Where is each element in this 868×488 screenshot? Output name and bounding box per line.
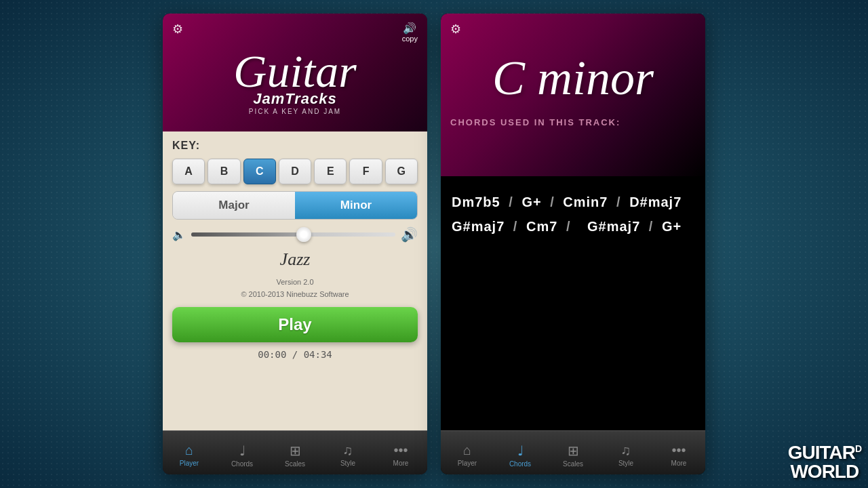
chords-nav-style-label: Style (618, 460, 633, 467)
chord-gsharp-maj7-2: G#maj7 (587, 219, 640, 234)
chords-home-icon: ⌂ (463, 443, 471, 458)
volume-high-icon: 🔊 (401, 226, 418, 243)
chords-row2: G#maj7 / Cm7 / G#maj7 / G+ (452, 214, 694, 239)
nav-player-label: Player (180, 460, 199, 467)
guitar-title: Guitar (172, 48, 418, 94)
time-display: 00:00 / 04:34 (172, 349, 418, 360)
play-button[interactable]: Play (172, 307, 418, 342)
chord-gplus1: G+ (521, 195, 541, 209)
nav-style-label: Style (340, 460, 355, 467)
chords-nav-style[interactable]: ♫ Style (599, 431, 652, 474)
chords-chords-icon: ♩ (517, 443, 524, 459)
chords-bottom-nav: ⌂ Player ♩ Chords ⊞ Scales ♫ Style ••• M… (441, 430, 705, 474)
chords-nav-scales[interactable]: ⊞ Scales (547, 431, 599, 474)
home-icon: ⌂ (185, 443, 193, 458)
more-icon: ••• (393, 443, 408, 458)
chords-row1: Dm7b5 / G+ / Cmin7 / D#maj7 (452, 190, 694, 214)
version-text: Version 2.0 © 2010-2013 Ninebuzz Softwar… (172, 277, 418, 300)
style-icon: ♫ (343, 443, 353, 458)
chords-settings-icon[interactable]: ⚙ (450, 22, 696, 37)
chords-nav-more[interactable]: ••• More (652, 431, 705, 474)
chords-nav-chords-label: Chords (509, 460, 531, 468)
copy-label: copy (402, 35, 418, 43)
nav-more-label: More (393, 460, 409, 467)
version-line1: Version 2.0 (172, 277, 418, 289)
player-screen: ⚙ 🔊 copy Guitar JamTracks PICK A KEY AND… (163, 14, 427, 474)
chord-gplus2: G+ (662, 219, 682, 234)
volume-thumb[interactable] (296, 227, 311, 242)
chords-style-icon: ♫ (621, 443, 631, 458)
nav-chords[interactable]: ♩ Chords (216, 431, 269, 474)
chords-header: ⚙ C minor CHORDS USED IN THIS TRACK: (441, 14, 705, 176)
chords-icon: ♩ (239, 443, 245, 459)
header-top: ⚙ 🔊 copy (172, 22, 418, 43)
guitar-world-line1: GUITARD (788, 443, 861, 462)
divider-1: / (509, 195, 517, 209)
chords-content: Dm7b5 / G+ / Cmin7 / D#maj7 G#maj7 / Cm7… (441, 176, 705, 430)
player-bottom-nav: ⌂ Player ♩ Chords ⊞ Scales ♫ Style ••• M… (163, 430, 427, 474)
key-e-button[interactable]: E (314, 159, 347, 184)
copy-area[interactable]: 🔊 copy (402, 22, 418, 43)
chords-nav-scales-label: Scales (563, 460, 583, 468)
nav-scales-label: Scales (285, 460, 305, 468)
d-superscript: D (855, 443, 861, 454)
chord-cmin7: Cmin7 (563, 195, 608, 209)
nav-chords-label: Chords (231, 460, 253, 468)
minor-button[interactable]: Minor (295, 192, 417, 219)
chord-dsharp-maj7: D#maj7 (629, 195, 682, 209)
chords-nav-player-label: Player (458, 460, 477, 467)
copy-speaker-icon: 🔊 (403, 22, 416, 35)
player-header: ⚙ 🔊 copy Guitar JamTracks PICK A KEY AND… (163, 14, 427, 131)
key-b-button[interactable]: B (208, 159, 240, 184)
key-buttons: A B C D E F G (172, 159, 418, 184)
settings-icon[interactable]: ⚙ (172, 22, 183, 37)
guitar-world-line2: WORLD (788, 462, 861, 481)
chords-scales-icon: ⊞ (568, 443, 579, 459)
nav-scales[interactable]: ⊞ Scales (269, 431, 321, 474)
key-f-button[interactable]: F (349, 159, 382, 184)
divider-7: / (649, 219, 658, 234)
chords-list: Dm7b5 / G+ / Cmin7 / D#maj7 G#maj7 / Cm7… (452, 190, 694, 239)
key-g-button[interactable]: G (385, 159, 418, 184)
chords-nav-player[interactable]: ⌂ Player (441, 431, 494, 474)
key-c-button[interactable]: C (243, 159, 276, 184)
volume-row: 🔈 🔊 (172, 226, 418, 243)
divider-5: / (566, 219, 571, 234)
style-label: Jazz (172, 249, 418, 270)
c-minor-title: C minor (450, 50, 696, 106)
key-a-button[interactable]: A (172, 159, 205, 184)
chords-screen: ⚙ C minor CHORDS USED IN THIS TRACK: Dm7… (441, 14, 705, 474)
key-d-button[interactable]: D (279, 159, 311, 184)
nav-more[interactable]: ••• More (374, 431, 427, 474)
guitar-world-logo: GUITARD WORLD (788, 443, 861, 481)
chord-dm7b5: Dm7b5 (452, 195, 500, 209)
scales-icon: ⊞ (290, 443, 301, 459)
screens-container: ⚙ 🔊 copy Guitar JamTracks PICK A KEY AND… (163, 14, 705, 474)
chords-nav-more-label: More (671, 460, 687, 467)
volume-track (191, 232, 304, 237)
divider-3: / (616, 195, 625, 209)
key-label: KEY: (172, 140, 418, 152)
chords-used-label: CHORDS USED IN THIS TRACK: (450, 117, 696, 127)
divider-2: / (550, 195, 559, 209)
divider-4: / (513, 219, 522, 234)
app-subtitle: PICK A KEY AND JAM (172, 108, 418, 115)
nav-style[interactable]: ♫ Style (321, 431, 374, 474)
volume-low-icon: 🔈 (172, 228, 186, 241)
mode-buttons: Major Minor (172, 191, 418, 220)
chords-nav-chords[interactable]: ♩ Chords (494, 431, 547, 474)
chord-gsharp-maj7-1: G#maj7 (452, 219, 505, 234)
major-button[interactable]: Major (173, 192, 295, 219)
app-title-area: Guitar JamTracks PICK A KEY AND JAM (172, 45, 418, 121)
volume-slider[interactable] (191, 232, 395, 237)
chord-cm7: Cm7 (526, 219, 557, 234)
chords-more-icon: ••• (671, 443, 686, 458)
version-line2: © 2010-2013 Ninebuzz Software (172, 289, 418, 301)
player-content: KEY: A B C D E F G Major Minor 🔈 � (163, 131, 427, 430)
jamtracks-title: JamTracks (172, 92, 418, 106)
nav-player[interactable]: ⌂ Player (163, 431, 216, 474)
